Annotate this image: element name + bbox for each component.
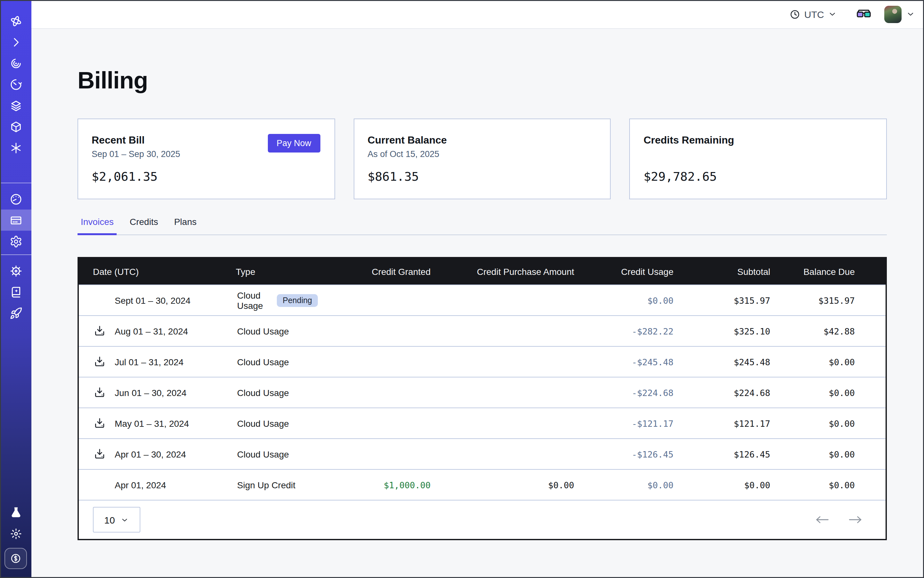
invoice-date: Aug 01 – 31, 2024 — [115, 326, 188, 336]
table-header: Date (UTC)TypeCredit GrantedCredit Purch… — [79, 258, 885, 284]
user-avatar[interactable] — [884, 5, 901, 23]
3d-glasses-icon — [856, 6, 872, 22]
download-invoice-button[interactable] — [93, 417, 106, 430]
sidebar-item-usage[interactable] — [0, 188, 31, 209]
invoice-type-cell: Cloud Usage — [222, 418, 318, 429]
chevron-down-icon — [906, 10, 915, 19]
table-row: Aug 01 – 31, 2024Cloud Usage-$282.22$325… — [79, 315, 885, 346]
current-balance-card: Current Balance As of Oct 15, 2025 $861.… — [353, 119, 611, 199]
3d-glasses-button[interactable] — [856, 6, 872, 22]
page-size-select[interactable]: 10 — [93, 507, 140, 533]
card-amount: $29,782.65 — [644, 169, 873, 183]
invoice-type-cell: Cloud UsagePending — [222, 290, 318, 310]
sidebar-item-storage[interactable] — [0, 116, 31, 137]
prev-page-button[interactable] — [815, 515, 829, 524]
invoice-date: Apr 01, 2024 — [115, 480, 166, 490]
table-body: Sept 01 – 30, 2024Cloud UsagePending$0.0… — [79, 284, 885, 500]
table-row: May 01 – 31, 2024Cloud Usage-$121.17$121… — [79, 408, 885, 438]
column-header: Credit Purchase Amount — [446, 266, 589, 276]
invoice-type-cell: Cloud Usage — [222, 449, 318, 459]
column-header: Subtotal — [689, 266, 786, 276]
flask-icon — [9, 506, 22, 519]
credit-usage-value: -$121.17 — [589, 418, 689, 429]
download-invoice-button[interactable] — [93, 355, 106, 368]
sidebar-item-timer[interactable] — [0, 74, 31, 95]
table-row: Apr 01 – 30, 2024Cloud Usage-$126.45$126… — [79, 438, 885, 469]
sidebar-item-functions[interactable] — [0, 137, 31, 158]
column-header: Date (UTC) — [79, 266, 222, 276]
invoice-date: Sept 01 – 30, 2024 — [115, 295, 191, 305]
card-amount: $861.35 — [367, 169, 596, 183]
sidebar-item-fleet[interactable] — [0, 260, 31, 281]
pay-now-button[interactable]: Pay Now — [268, 134, 320, 153]
book-sparkle-icon — [9, 286, 22, 298]
invoice-date-cell: Sept 01 – 30, 2024 — [79, 294, 222, 307]
balance-due-value: $42.88 — [786, 326, 885, 336]
cube-icon — [9, 120, 22, 133]
tab-plans[interactable]: Plans — [171, 217, 200, 235]
credit-card-icon — [9, 214, 22, 227]
sidebar-divider — [0, 183, 31, 183]
recent-bill-card: Recent Bill Sep 01 – Sep 30, 2025 $2,061… — [78, 119, 335, 199]
helm-icon — [9, 264, 22, 277]
invoice-type: Cloud Usage — [237, 326, 289, 336]
main-content: Billing Recent Bill Sep 01 – Sep 30, 202… — [31, 29, 924, 578]
tab-credits[interactable]: Credits — [127, 217, 161, 235]
download-invoice-button[interactable] — [93, 325, 106, 338]
chevron-down-icon — [828, 10, 837, 19]
sidebar-item-billing[interactable] — [0, 209, 31, 231]
download-icon — [93, 356, 106, 368]
eye-icon — [9, 57, 22, 70]
card-amount: $2,061.35 — [92, 169, 321, 183]
app-logo[interactable] — [0, 10, 31, 31]
credits-button[interactable] — [5, 548, 27, 569]
sidebar-expand-button[interactable] — [0, 31, 31, 52]
timezone-selector[interactable]: UTC — [789, 9, 837, 19]
chevron-right-icon — [9, 36, 22, 49]
sidebar-item-labs[interactable] — [0, 502, 31, 523]
download-icon — [93, 386, 106, 399]
invoice-type: Cloud Usage — [237, 449, 289, 459]
topbar: UTC — [31, 0, 924, 29]
invoice-type-cell: Cloud Usage — [222, 387, 318, 398]
timezone-label: UTC — [804, 9, 824, 19]
table-pagination: 10 — [79, 500, 885, 539]
invoice-date-cell: Jul 01 – 31, 2024 — [79, 355, 222, 368]
theme-toggle[interactable] — [0, 523, 31, 544]
sidebar-item-layers[interactable] — [0, 95, 31, 116]
credit-usage-value: -$126.45 — [589, 449, 689, 459]
invoice-type-cell: Cloud Usage — [222, 357, 318, 367]
sidebar-item-docs[interactable] — [0, 281, 31, 302]
subtotal-value: $0.00 — [689, 480, 786, 490]
download-slot — [93, 294, 106, 307]
user-menu-button[interactable] — [906, 10, 915, 19]
card-subtitle — [644, 149, 873, 160]
card-title: Credits Remaining — [644, 135, 873, 146]
download-invoice-button[interactable] — [93, 386, 106, 399]
credit-usage-value: $0.00 — [589, 480, 689, 490]
sidebar-divider — [0, 254, 31, 255]
download-icon — [93, 417, 106, 429]
sidebar-item-settings[interactable] — [0, 231, 31, 252]
credits-remaining-card: Credits Remaining $29,782.65 — [630, 119, 887, 199]
invoices-table: Date (UTC)TypeCredit GrantedCredit Purch… — [78, 257, 887, 540]
invoice-type: Cloud Usage — [237, 418, 289, 429]
app-window: UTC Billing Recent Bill Sep 01 – Sep 30,… — [0, 0, 924, 578]
sidebar-item-launch[interactable] — [0, 302, 31, 324]
sidebar — [0, 0, 31, 578]
invoice-date: Jul 01 – 31, 2024 — [115, 357, 184, 367]
download-invoice-button[interactable] — [93, 448, 106, 460]
sidebar-item-observe[interactable] — [0, 52, 31, 74]
tab-invoices[interactable]: Invoices — [78, 217, 117, 235]
gear-icon — [9, 235, 22, 248]
invoice-date-cell: Apr 01, 2024 — [79, 478, 222, 491]
credit-usage-value: -$282.22 — [589, 326, 689, 336]
next-page-button[interactable] — [848, 515, 862, 524]
credit-usage-value: -$245.48 — [589, 357, 689, 367]
invoice-date-cell: Aug 01 – 31, 2024 — [79, 325, 222, 338]
asterisk-icon — [9, 141, 22, 154]
invoice-date: May 01 – 31, 2024 — [115, 418, 189, 429]
download-slot — [93, 478, 106, 491]
invoice-type: Sign Up Credit — [237, 480, 296, 490]
invoice-date-cell: Jun 01 – 30, 2024 — [79, 386, 222, 399]
